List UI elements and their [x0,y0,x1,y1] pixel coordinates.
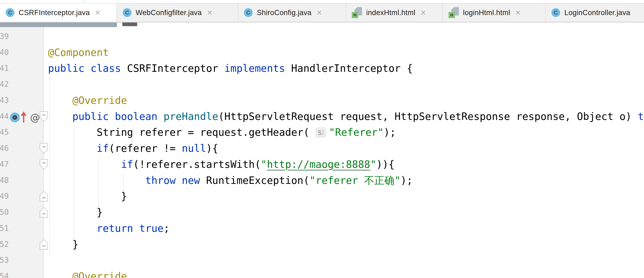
code-line-53[interactable]: 53 [0,252,644,268]
code-text: throw new RuntimeException("referer 不正确"… [0,172,644,188]
code-line-42[interactable]: 42 [0,76,644,92]
token-plain: ); [400,175,413,186]
token-plain [158,110,164,122]
token-kw: null [182,143,206,154]
token-str: " [370,159,376,170]
code-line-52[interactable]: 52 } [0,236,644,252]
token-kw: public boolean [72,110,158,122]
token-ann: @Override [48,94,127,106]
code-line-49[interactable]: 49 } [0,188,644,204]
override-circle-icon [10,112,20,122]
token-plain [48,110,72,122]
token-method: preHandle [164,110,218,122]
line-number: 42 [0,76,9,92]
code-text: if(!referer.startsWith("http://maoge:888… [0,156,644,172]
token-plain: (referer != [109,143,182,154]
tab-close-icon[interactable]: ✕ [207,9,212,17]
token-str: "Referer" [329,126,384,138]
fold-region-start-icon[interactable] [40,143,48,154]
fold-region-end-icon[interactable] [40,207,48,218]
code-text: } [0,204,644,220]
line-number: 41 [0,60,9,76]
code-line-50[interactable]: 50 } [0,204,644,220]
token-plain: HandlerInterceptor { [285,62,413,74]
tab-label: indexHtml.html [366,9,415,17]
line-number: 40 [0,45,9,61]
tab-WebConfigfilter.java[interactable]: CWebConfigfilter.java✕ [117,4,238,22]
token-strlink: http://maoge:8888 [267,159,370,170]
up-arrow-icon [20,111,27,123]
line-number: 47 [0,156,9,172]
token-plain [48,175,146,186]
code-line-48[interactable]: 48 throw new RuntimeException("referer 不… [0,172,644,188]
token-kw: t [638,110,644,122]
tab-indexHtml.html[interactable]: HindexHtml.html✕ [346,4,443,22]
line-number: 39 [0,29,9,45]
code-text: @Override [0,268,644,278]
token-plain: String referer = request.getHeader( [48,126,316,138]
code-text: if(referer != null){ [0,140,644,156]
token-plain: (!referer.startsWith( [133,159,261,170]
code-editor[interactable]: 3940@Component41public class CSRFInterce… [0,23,644,278]
tab-loginHtml.html[interactable]: HloginHtml.html✕ [443,4,546,22]
overrides-method-gutter-icon[interactable]: @ [10,111,40,123]
code-line-51[interactable]: 51 return true; [0,220,644,236]
code-text: return true; [0,220,644,236]
tab-LoginController.java[interactable]: CLoginController.java [546,4,644,22]
java-class-icon: C [123,8,132,17]
java-class-icon: C [244,8,253,17]
tab-ShiroConfig.java[interactable]: CShiroConfig.java✕ [238,4,346,22]
tab-close-icon[interactable]: ✕ [316,9,322,17]
code-line-54[interactable]: 54 @Override [0,268,644,278]
line-number: 45 [0,124,9,140]
line-number: 52 [0,236,9,252]
tab-close-icon[interactable]: ✕ [515,9,521,17]
token-plain: ); [384,126,396,138]
fold-region-start-icon[interactable] [40,159,48,170]
code-text: public class CSRFInterceptor implements … [0,60,644,76]
token-kw: implements [224,62,285,74]
tab-close-icon[interactable]: ✕ [420,9,426,17]
code-text: } [0,236,644,252]
line-number: 43 [0,92,9,108]
token-ann: @Override [48,270,127,278]
code-line-41[interactable]: 41public class CSRFInterceptor implement… [0,60,644,76]
window-top-strip [0,0,644,4]
code-line-40[interactable]: 40@Component [0,45,644,61]
parameter-hint-inlay: s: [316,127,326,138]
html-file-icon: H [352,7,362,18]
tab-label: loginHtml.html [463,9,510,17]
tab-CSRFInterceptor.java[interactable]: CCSRFInterceptor.java✕ [0,4,117,22]
code-line-39[interactable]: 39 [0,29,644,45]
token-ann: @Component [48,47,109,58]
code-line-43[interactable]: 43 @Override [0,92,644,108]
code-line-44[interactable]: 44 public boolean preHandle(HttpServletR… [0,108,644,124]
code-text: @Component [0,45,644,61]
fold-region-start-icon[interactable] [40,111,48,122]
editor-tab-bar: CCSRFInterceptor.java✕CWebConfigfilter.j… [0,4,644,23]
tab-close-icon[interactable]: ✕ [95,9,100,17]
code-line-47[interactable]: 47 if(!referer.startsWith("http://maoge:… [0,156,644,172]
token-kw: if [96,143,109,154]
code-lines: 3940@Component41public class CSRFInterce… [0,23,644,278]
fold-region-end-icon[interactable] [40,191,48,202]
code-line-45[interactable]: 45 String referer = request.getHeader( s… [0,124,644,140]
tab-label: CSRFInterceptor.java [19,9,90,17]
token-plain: ; [164,222,170,234]
code-text [0,252,644,268]
active-tab-underline [0,23,117,27]
token-plain [48,143,96,154]
token-kw: if [121,159,133,170]
token-plain: } [48,206,103,218]
fold-region-end-icon[interactable] [40,239,48,250]
token-plain: } [48,238,78,250]
code-line-46[interactable]: 46 if(referer != null){ [0,140,644,156]
line-number: 51 [0,220,9,236]
code-text: } [0,188,644,204]
html-file-icon: H [448,7,459,18]
token-plain: )){ [376,159,394,170]
tab-label: LoginController.java [564,9,630,17]
code-text [0,29,644,45]
token-kw: return true [96,222,164,234]
line-number: 46 [0,140,9,156]
